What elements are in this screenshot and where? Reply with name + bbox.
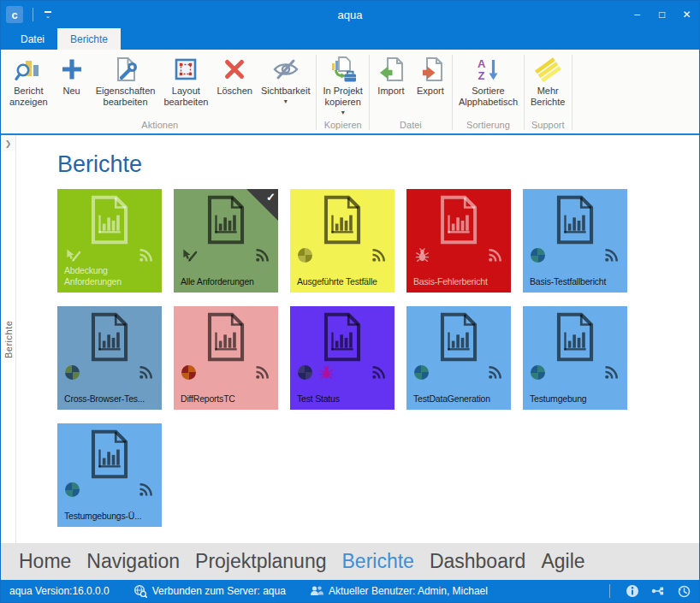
current-user: Aktueller Benutzer: Admin, Michael [310,584,488,598]
ribbon-group-buttons: In Projektkopieren▾ [317,52,368,119]
ribbon-button-label: Layoutbearbeiten [163,86,208,108]
report-tile-test-status[interactable]: Test Status [290,306,394,410]
report-tile-abdeckung-anforderungen[interactable]: Abdeckung Anforderungen [57,189,162,293]
ribbon-button-löschen[interactable]: Löschen [212,52,257,97]
nav-item-berichte[interactable]: Berichte [335,550,422,573]
ribbon-button-label: Neu [63,86,80,97]
edit-layout-icon [172,56,199,83]
nav-item-home[interactable]: Home [11,550,79,573]
tab-datei[interactable]: Datei [8,28,57,50]
tile-type-icons [414,247,430,263]
report-tile-testumgebungs-ü[interactable]: Testumgebungs-Ü... [57,423,162,527]
chevron-down-icon: ⌄ [45,14,50,18]
tile-type-icons [531,364,545,380]
report-tile-testumgebung[interactable]: Testumgebung [523,306,627,410]
quick-access-dropdown[interactable]: ⌄ [43,11,53,18]
ribbon-button-export[interactable]: Export [411,52,450,97]
nav-item-agile[interactable]: Agile [533,550,592,573]
report-document-icon [204,195,248,245]
tile-label: Cross-Browser-Tes... [64,393,160,405]
report-tile-alle-anforderungen[interactable]: Alle Anforderungen✓ [174,189,278,293]
rss-icon [488,365,502,380]
tile-label: DiffReportsTC [181,393,276,405]
pie-chart-icon [298,248,312,263]
rss-icon [139,482,153,497]
ribbon-button-bericht-anzeigen[interactable]: Berichtanzeigen [5,52,52,108]
report-document-icon [436,312,481,362]
rss-icon [371,365,386,380]
ribbon-group-label: Aktionen [3,119,316,133]
ribbon-button-layout-bearbeiten[interactable]: Layoutbearbeiten [159,52,212,108]
delete-icon [221,56,248,83]
tab-berichte[interactable]: Berichte [57,28,121,50]
tile-label: Ausgeführte Testfälle [297,276,393,288]
report-document-icon [320,312,365,362]
report-tile-basis-fehlerbericht[interactable]: Basis-Fehlerbericht [406,189,511,293]
history-icon[interactable] [677,584,691,598]
ribbon-button-label: Eigenschaftenbearbeiten [96,86,156,108]
tile-label: Basis-Fehlerbericht [413,276,509,288]
window-title: aqua [1,9,699,21]
ribbon-button-import[interactable]: Import [371,52,411,97]
ribbon-group-aktionen: BerichtanzeigenNeuEigenschaftenbearbeite… [3,52,316,133]
report-document-icon [87,429,132,479]
report-tile-testdatageneration[interactable]: TestDataGeneration [406,306,511,410]
share-icon[interactable] [651,584,665,598]
tile-type-icons [298,364,335,380]
server-status: Verbunden zum Server: aqua [133,584,286,598]
import-icon [377,56,405,83]
report-tile-diffreportstc[interactable]: DiffReportsTC [174,306,278,410]
tile-type-icons [181,364,196,380]
ribbon-group-label: Datei [370,119,452,133]
nav-item-navigation[interactable]: Navigation [79,550,187,573]
bottom-navigation: HomeNavigationProjektplanungBerichteDash… [1,543,699,580]
maximize-button[interactable]: □ [650,1,674,28]
ribbon-button-label: Sichtbarkeit [261,86,310,97]
report-tile-ausgeführte-testfälle[interactable]: Ausgeführte Testfälle [290,189,394,293]
tile-label: Testumgebung [530,393,626,405]
tile-label: Abdeckung Anforderungen [64,265,160,288]
ribbon-tab-row: DateiBerichte [1,28,699,50]
pie-chart-icon [531,365,545,380]
tile-label: TestDataGeneration [413,393,509,405]
nav-item-projektplanung[interactable]: Projektplanung [187,550,334,573]
ribbon-button-label: Löschen [217,86,252,97]
ribbon-button-neu[interactable]: Neu [52,52,92,97]
tile-type-icons [298,247,312,263]
tile-type-icons [414,364,429,380]
ribbon-button-sortiere-alpphabetisch[interactable]: SortiereAlpphabetisch [454,52,522,108]
statusbar-separator [609,584,610,598]
rss-icon [139,365,153,380]
ribbon-button-label: Berichtanzeigen [9,86,48,108]
report-document-icon [436,195,481,245]
ribbon-button-mehr-berichte[interactable]: MehrBerichte [526,52,569,108]
info-icon[interactable] [626,584,639,598]
minimize-button[interactable]: – [625,1,650,28]
version-text: aqua Version:16.0.0.0 [9,585,110,597]
report-tile-basis-testfallbericht[interactable]: Basis-Testfallbericht [523,189,627,293]
dropdown-caret-icon: ▾ [284,98,288,105]
tile-label: Alle Anforderungen [181,276,276,288]
ribbon-group-buttons: ImportExport [370,52,452,119]
ribbon-button-in-projekt-kopieren[interactable]: In Projektkopieren▾ [318,52,366,116]
close-button[interactable]: ✕ [674,1,699,28]
users-icon [310,584,323,598]
export-icon [417,56,444,83]
ribbon-group-label: Support [525,119,572,133]
title-bar: c ⌄ aqua – □ ✕ [1,1,699,28]
tile-type-icons [181,247,198,263]
tile-type-icons [65,247,81,263]
collapsed-sidebar[interactable]: ❯ Berichte [1,135,16,543]
ribbon-button-sichtbarkeit[interactable]: Sichtbarkeit▾ [257,52,314,105]
ribbon-button-eigenschaften-bearbeiten[interactable]: Eigenschaftenbearbeiten [92,52,160,108]
edit-properties-icon [112,56,139,83]
ribbon-group-label: Kopieren [317,119,368,133]
report-tile-grid: Abdeckung AnforderungenAlle Anforderunge… [57,189,699,527]
nav-item-dashboard[interactable]: Dashboard [422,550,534,573]
report-tile-cross-browser-tes[interactable]: Cross-Browser-Tes... [57,306,162,410]
pie-chart-icon [65,365,80,380]
visibility-icon [272,56,300,83]
rss-icon [255,248,270,263]
app-window: c ⌄ aqua – □ ✕ DateiBerichte Berichtanze… [0,0,700,603]
checkmark-icon: ✓ [266,191,276,204]
